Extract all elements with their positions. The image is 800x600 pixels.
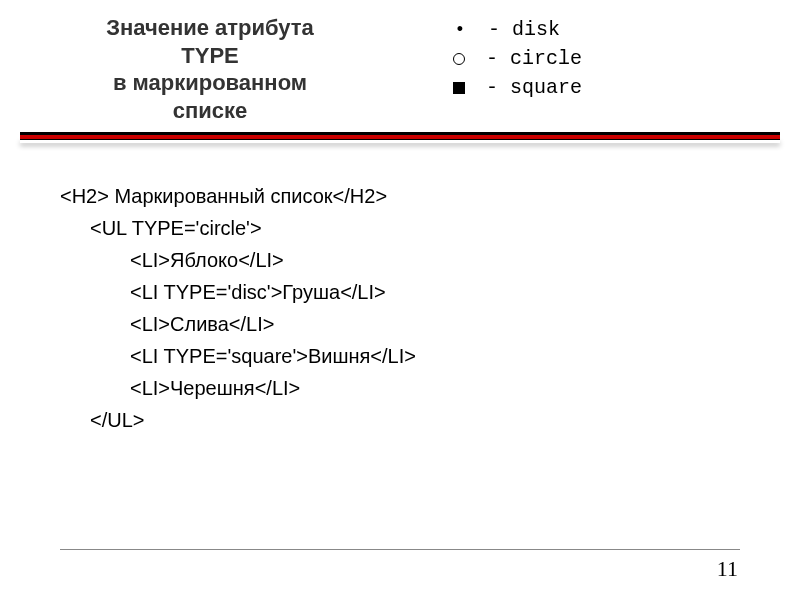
code-line: <LI>Яблоко</LI> [130,244,760,276]
bullet-disc-icon: • [450,19,470,40]
code-line: <UL TYPE='circle'> [90,212,760,244]
code-line: <H2> Маркированный список</H2> [60,180,760,212]
legend-row-square: - square [450,76,582,99]
red-divider [20,132,780,140]
code-line: <LI TYPE='disc'>Груша</LI> [130,276,760,308]
legend: • - disk - circle - square [450,14,582,105]
slide-title: Значение атрибута TYPE в маркированном с… [20,14,400,124]
bullet-circle-icon [453,53,465,65]
page-number: 11 [717,556,738,582]
title-line: TYPE [181,43,238,68]
legend-row-circle: - circle [450,47,582,70]
header-area: Значение атрибута TYPE в маркированном с… [0,0,800,124]
title-line: Значение атрибута [106,15,314,40]
bottom-rule [60,549,740,550]
bullet-square-icon [453,82,465,94]
code-line: </UL> [90,404,760,436]
title-line: в маркированном [113,70,307,95]
legend-label: - square [486,76,582,99]
slide: Значение атрибута TYPE в маркированном с… [0,0,800,600]
legend-label: - circle [486,47,582,70]
code-line: <LI TYPE='square'>Вишня</LI> [130,340,760,372]
code-line: <LI>Слива</LI> [130,308,760,340]
title-line: списке [173,98,248,123]
legend-label: - disk [488,18,560,41]
code-line: <LI>Черешня</LI> [130,372,760,404]
legend-row-disk: • - disk [450,18,582,41]
code-block: <H2> Маркированный список</H2> <UL TYPE=… [0,140,800,436]
